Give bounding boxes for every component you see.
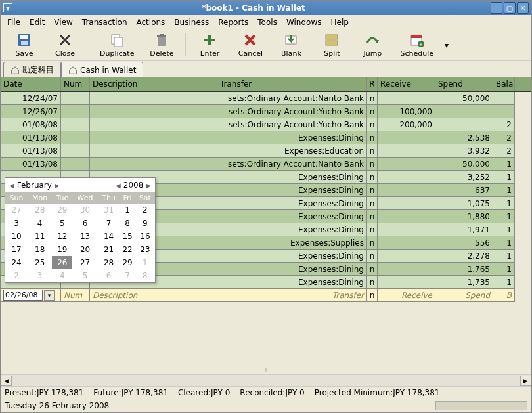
menu-actions[interactable]: Actions [137, 18, 166, 27]
cal-day[interactable]: 15 [120, 230, 135, 243]
cell-receive[interactable] [378, 263, 435, 276]
cal-day[interactable]: 4 [52, 269, 72, 282]
toolbar-overflow-button[interactable]: ▾ [441, 31, 452, 59]
cal-day[interactable]: 5 [72, 269, 97, 282]
cell-spend[interactable]: 2,278 [435, 250, 493, 263]
cal-prev-year[interactable]: ◀ [116, 182, 121, 189]
cell-transfer[interactable]: Expenses:Supplies [217, 236, 367, 250]
horizontal-scrollbar[interactable]: ◀ ▶ [1, 374, 531, 386]
table-row[interactable]: 12/24/07sets:Ordinary Account:Nanto Bank… [1, 92, 531, 105]
col-header-date[interactable]: Date [1, 77, 61, 91]
entry-date-input[interactable] [3, 290, 43, 301]
split-button[interactable]: Split [312, 31, 351, 59]
cell-r[interactable]: n [367, 236, 378, 250]
cal-day[interactable]: 8 [120, 217, 135, 230]
cell-receive[interactable] [378, 158, 435, 171]
pane-resize-handle[interactable]: ፧፧ [1, 367, 531, 374]
entry-date-cell[interactable]: ▾ [1, 289, 61, 302]
cal-day[interactable]: 23 [135, 243, 155, 256]
cell-bal[interactable]: 1 [493, 158, 515, 171]
table-row[interactable]: 12/26/07sets:Ordinary Account:Yucho Bank… [1, 105, 531, 118]
cell-transfer[interactable]: Expenses:Dining [217, 223, 367, 236]
col-header-receive[interactable]: Receive [378, 77, 435, 91]
cell-r[interactable]: n [367, 250, 378, 263]
cal-day[interactable]: 24 [5, 256, 28, 269]
cell-receive[interactable] [378, 131, 435, 144]
cal-day[interactable]: 27 [5, 204, 28, 217]
cell-spend[interactable]: 2,538 [435, 131, 493, 144]
cell-bal[interactable]: 1 [493, 197, 515, 210]
cal-day[interactable]: 25 [28, 256, 52, 269]
cal-day[interactable]: 18 [28, 243, 52, 256]
table-row[interactable]: 01/13/08Expenses:Diningn2,5382 [1, 131, 531, 144]
cell-spend[interactable]: 50,000 [435, 92, 493, 105]
scroll-right-button[interactable]: ▶ [520, 376, 531, 386]
scroll-left-button[interactable]: ◀ [1, 376, 12, 386]
cal-next-year[interactable]: ▶ [146, 182, 151, 189]
cal-day[interactable]: 9 [135, 217, 155, 230]
cal-day[interactable]: 3 [28, 269, 52, 282]
cal-day[interactable]: 7 [98, 217, 120, 230]
cell-num[interactable] [61, 144, 90, 158]
cell-desc[interactable] [90, 105, 217, 118]
cell-r[interactable]: n [367, 118, 378, 131]
cal-day[interactable]: 16 [135, 230, 155, 243]
cancel-button[interactable]: Cancel [231, 31, 270, 59]
cell-r[interactable]: n [367, 210, 378, 223]
window-maximize-button[interactable]: ▢ [504, 2, 516, 14]
cell-transfer[interactable]: Expenses:Dining [217, 171, 367, 184]
cell-spend[interactable]: 1,735 [435, 276, 493, 289]
table-row[interactable]: 01/13/08sets:Ordinary Account:Nanto Bank… [1, 158, 531, 171]
cell-num[interactable] [61, 105, 90, 118]
cell-r[interactable]: n [367, 197, 378, 210]
cal-day[interactable]: 6 [98, 269, 120, 282]
cal-day[interactable]: 27 [72, 256, 97, 269]
cell-r[interactable]: n [367, 158, 378, 171]
cell-bal[interactable]: 1 [493, 210, 515, 223]
cell-receive[interactable] [378, 184, 435, 197]
cell-date[interactable]: 12/24/07 [1, 92, 61, 105]
duplicate-button[interactable]: Duplicate [93, 31, 141, 59]
cell-transfer[interactable]: Expenses:Dining [217, 276, 367, 289]
window-menu-icon[interactable]: ▾ [3, 3, 12, 12]
cal-day[interactable]: 1 [120, 204, 135, 217]
schedule-button[interactable]: + Schedule [393, 31, 440, 59]
cell-spend[interactable] [435, 105, 493, 118]
cal-day[interactable]: 30 [72, 204, 97, 217]
cell-num[interactable] [61, 131, 90, 144]
cell-transfer[interactable]: Expenses:Education [217, 144, 367, 158]
cell-transfer[interactable]: Expenses:Dining [217, 197, 367, 210]
cell-desc[interactable] [90, 92, 217, 105]
cal-day[interactable]: 28 [98, 256, 120, 269]
cell-receive[interactable] [378, 276, 435, 289]
cell-date[interactable]: 01/08/08 [1, 118, 61, 131]
cell-spend[interactable]: 1,971 [435, 223, 493, 236]
cell-r[interactable]: n [367, 144, 378, 158]
table-row[interactable]: 01/13/08Expenses:Educationn3,9322 [1, 144, 531, 158]
cell-spend[interactable]: 3,252 [435, 171, 493, 184]
cal-day[interactable]: 22 [120, 243, 135, 256]
cell-num[interactable] [61, 92, 90, 105]
cal-day[interactable]: 2 [135, 204, 155, 217]
cell-date[interactable]: 01/13/08 [1, 144, 61, 158]
cell-transfer[interactable]: Expenses:Dining [217, 131, 367, 144]
cell-desc[interactable] [90, 158, 217, 171]
cell-bal[interactable]: 1 [493, 236, 515, 250]
enter-button[interactable]: Enter [190, 31, 229, 59]
cal-day[interactable]: 12 [52, 230, 72, 243]
cell-spend[interactable]: 1,880 [435, 210, 493, 223]
cell-bal[interactable]: 2 [493, 118, 515, 131]
cell-receive[interactable]: 200,000 [378, 118, 435, 131]
cell-receive[interactable] [378, 210, 435, 223]
cell-receive[interactable] [378, 171, 435, 184]
cell-spend[interactable]: 1,765 [435, 263, 493, 276]
menu-reports[interactable]: Reports [218, 18, 248, 27]
menu-tools[interactable]: Tools [257, 18, 277, 27]
cell-bal[interactable] [493, 105, 515, 118]
menu-transaction[interactable]: Transaction [82, 18, 127, 27]
cell-bal[interactable]: 1 [493, 171, 515, 184]
cal-day[interactable]: 31 [98, 204, 120, 217]
entry-desc-cell[interactable]: Description [90, 289, 217, 302]
cell-r[interactable]: n [367, 184, 378, 197]
cell-transfer[interactable]: sets:Ordinary Account:Yucho Bank [217, 118, 367, 131]
